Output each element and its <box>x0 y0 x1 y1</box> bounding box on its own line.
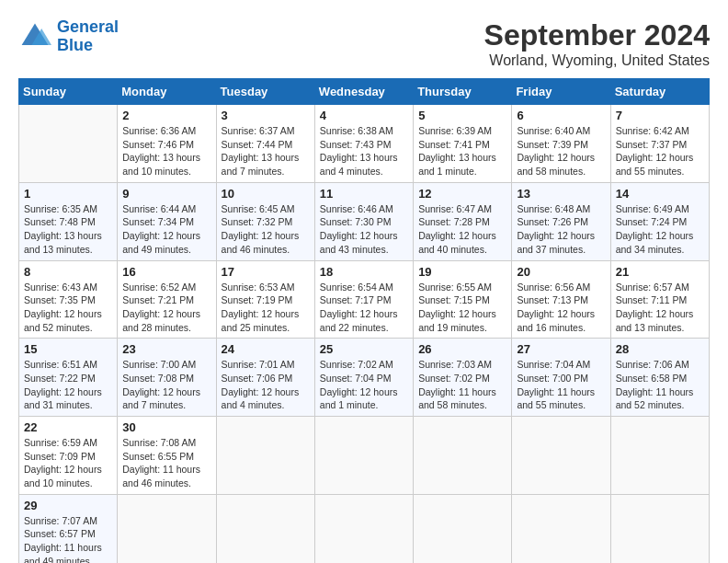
day-info: Sunrise: 7:03 AMSunset: 7:02 PMDaylight:… <box>418 358 506 412</box>
day-info: Sunrise: 6:40 AMSunset: 7:39 PMDaylight:… <box>517 124 605 178</box>
week-row-4: 22Sunrise: 6:59 AMSunset: 7:09 PMDayligh… <box>19 417 710 495</box>
day-info: Sunrise: 6:46 AMSunset: 7:30 PMDaylight:… <box>320 202 408 257</box>
day-info: Sunrise: 7:04 AMSunset: 7:00 PMDaylight:… <box>517 358 605 412</box>
calendar-cell: 29Sunrise: 7:07 AMSunset: 6:57 PMDayligh… <box>19 494 118 563</box>
day-number: 21 <box>616 265 704 279</box>
day-info: Sunrise: 6:39 AMSunset: 7:41 PMDaylight:… <box>418 124 506 178</box>
day-number: 9 <box>122 187 210 201</box>
day-number: 17 <box>222 265 310 279</box>
page-subtitle: Worland, Wyoming, United States <box>484 52 710 69</box>
page-header: General Blue September 2024 Worland, Wyo… <box>18 18 710 69</box>
calendar-cell <box>610 417 709 495</box>
calendar-cell <box>314 417 413 495</box>
day-number: 25 <box>320 342 408 356</box>
day-info: Sunrise: 6:59 AMSunset: 7:09 PMDaylight:… <box>24 436 112 490</box>
calendar-cell: 26Sunrise: 7:03 AMSunset: 7:02 PMDayligh… <box>414 339 512 417</box>
title-block: September 2024 Worland, Wyoming, United … <box>484 18 710 69</box>
calendar-cell: 10Sunrise: 6:45 AMSunset: 7:32 PMDayligh… <box>216 182 314 260</box>
calendar-cell <box>414 494 512 563</box>
calendar-cell: 23Sunrise: 7:00 AMSunset: 7:08 PMDayligh… <box>118 339 216 417</box>
day-number: 22 <box>24 420 112 434</box>
day-number: 10 <box>222 187 310 201</box>
calendar-cell: 4Sunrise: 6:38 AMSunset: 7:43 PMDaylight… <box>314 105 413 183</box>
day-number: 8 <box>24 265 112 279</box>
header-tuesday: Tuesday <box>216 79 314 105</box>
calendar-cell <box>314 494 413 563</box>
day-number: 5 <box>418 109 506 122</box>
day-info: Sunrise: 6:45 AMSunset: 7:32 PMDaylight:… <box>222 202 310 257</box>
day-number: 7 <box>616 109 704 122</box>
day-info: Sunrise: 6:53 AMSunset: 7:19 PMDaylight:… <box>222 281 310 335</box>
calendar-cell: 20Sunrise: 6:56 AMSunset: 7:13 PMDayligh… <box>512 260 610 339</box>
day-info: Sunrise: 6:47 AMSunset: 7:28 PMDaylight:… <box>418 202 506 257</box>
calendar-cell: 1Sunrise: 6:35 AMSunset: 7:48 PMDaylight… <box>19 182 118 260</box>
day-number: 16 <box>122 265 210 279</box>
day-number: 15 <box>24 342 112 356</box>
day-number: 3 <box>222 109 310 122</box>
calendar-cell <box>216 417 314 495</box>
day-number: 29 <box>24 499 112 512</box>
header-thursday: Thursday <box>414 79 512 105</box>
day-number: 20 <box>517 265 605 279</box>
day-info: Sunrise: 6:51 AMSunset: 7:22 PMDaylight:… <box>24 358 112 412</box>
calendar-cell: 2Sunrise: 6:36 AMSunset: 7:46 PMDaylight… <box>118 105 216 183</box>
day-info: Sunrise: 6:36 AMSunset: 7:46 PMDaylight:… <box>122 124 210 178</box>
day-info: Sunrise: 7:00 AMSunset: 7:08 PMDaylight:… <box>122 358 210 412</box>
day-number: 19 <box>418 265 506 279</box>
calendar-cell: 19Sunrise: 6:55 AMSunset: 7:15 PMDayligh… <box>414 260 512 339</box>
header-friday: Friday <box>512 79 610 105</box>
calendar-cell <box>512 494 610 563</box>
day-number: 14 <box>616 187 704 201</box>
calendar-cell: 9Sunrise: 6:44 AMSunset: 7:34 PMDaylight… <box>118 182 216 260</box>
logo-icon <box>18 20 51 53</box>
logo-text: General Blue <box>57 18 119 55</box>
week-row-5: 29Sunrise: 7:07 AMSunset: 6:57 PMDayligh… <box>19 494 710 563</box>
logo-line1: General <box>57 17 119 36</box>
week-row-2: 8Sunrise: 6:43 AMSunset: 7:35 PMDaylight… <box>19 260 710 339</box>
calendar-cell: 25Sunrise: 7:02 AMSunset: 7:04 PMDayligh… <box>314 339 413 417</box>
day-info: Sunrise: 7:08 AMSunset: 6:55 PMDaylight:… <box>122 436 210 490</box>
calendar-cell: 8Sunrise: 6:43 AMSunset: 7:35 PMDaylight… <box>19 260 118 339</box>
calendar-cell: 6Sunrise: 6:40 AMSunset: 7:39 PMDaylight… <box>512 105 610 183</box>
day-number: 1 <box>24 187 112 201</box>
calendar-cell <box>512 417 610 495</box>
day-info: Sunrise: 6:48 AMSunset: 7:26 PMDaylight:… <box>517 202 605 257</box>
day-number: 13 <box>517 187 605 201</box>
day-info: Sunrise: 6:55 AMSunset: 7:15 PMDaylight:… <box>418 281 506 335</box>
day-info: Sunrise: 6:35 AMSunset: 7:48 PMDaylight:… <box>24 202 112 257</box>
calendar-cell <box>216 494 314 563</box>
calendar-cell: 22Sunrise: 6:59 AMSunset: 7:09 PMDayligh… <box>19 417 118 495</box>
calendar-cell <box>19 105 118 183</box>
header-saturday: Saturday <box>610 79 709 105</box>
page-title: September 2024 <box>484 18 710 52</box>
week-row-1: 1Sunrise: 6:35 AMSunset: 7:48 PMDaylight… <box>19 182 710 260</box>
calendar-cell: 14Sunrise: 6:49 AMSunset: 7:24 PMDayligh… <box>610 182 709 260</box>
day-info: Sunrise: 6:52 AMSunset: 7:21 PMDaylight:… <box>122 281 210 335</box>
day-number: 30 <box>122 420 210 434</box>
day-number: 18 <box>320 265 408 279</box>
calendar-cell: 24Sunrise: 7:01 AMSunset: 7:06 PMDayligh… <box>216 339 314 417</box>
day-number: 24 <box>222 342 310 356</box>
day-info: Sunrise: 6:38 AMSunset: 7:43 PMDaylight:… <box>320 124 408 178</box>
day-info: Sunrise: 7:02 AMSunset: 7:04 PMDaylight:… <box>320 358 408 412</box>
day-number: 6 <box>517 109 605 122</box>
day-number: 28 <box>616 342 704 356</box>
calendar-cell: 11Sunrise: 6:46 AMSunset: 7:30 PMDayligh… <box>314 182 413 260</box>
day-info: Sunrise: 7:07 AMSunset: 6:57 PMDaylight:… <box>24 514 112 563</box>
calendar-cell: 18Sunrise: 6:54 AMSunset: 7:17 PMDayligh… <box>314 260 413 339</box>
day-info: Sunrise: 7:01 AMSunset: 7:06 PMDaylight:… <box>222 358 310 412</box>
day-info: Sunrise: 6:44 AMSunset: 7:34 PMDaylight:… <box>122 202 210 257</box>
calendar-cell: 16Sunrise: 6:52 AMSunset: 7:21 PMDayligh… <box>118 260 216 339</box>
calendar-cell: 7Sunrise: 6:42 AMSunset: 7:37 PMDaylight… <box>610 105 709 183</box>
header-row: SundayMondayTuesdayWednesdayThursdayFrid… <box>19 79 710 105</box>
calendar-cell <box>414 417 512 495</box>
day-info: Sunrise: 7:06 AMSunset: 6:58 PMDaylight:… <box>616 358 704 412</box>
day-number: 26 <box>418 342 506 356</box>
calendar-cell: 3Sunrise: 6:37 AMSunset: 7:44 PMDaylight… <box>216 105 314 183</box>
calendar-cell: 21Sunrise: 6:57 AMSunset: 7:11 PMDayligh… <box>610 260 709 339</box>
week-row-0: 2Sunrise: 6:36 AMSunset: 7:46 PMDaylight… <box>19 105 710 183</box>
calendar-cell: 13Sunrise: 6:48 AMSunset: 7:26 PMDayligh… <box>512 182 610 260</box>
calendar-cell <box>118 494 216 563</box>
calendar-cell: 12Sunrise: 6:47 AMSunset: 7:28 PMDayligh… <box>414 182 512 260</box>
day-number: 27 <box>517 342 605 356</box>
